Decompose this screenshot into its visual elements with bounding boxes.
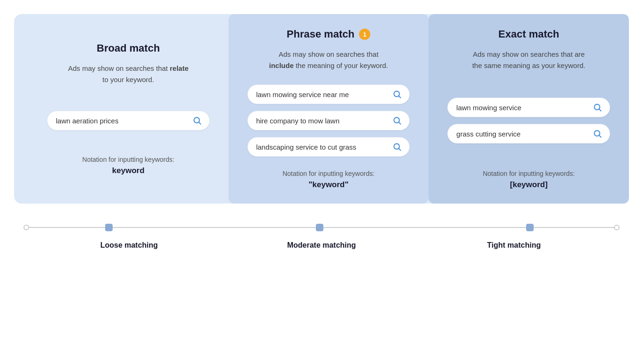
broad-notation-value: keyword [82,166,174,175]
phrase-search-boxes: lawn mowing service near me hire company… [247,84,410,157]
exact-search-box-2: grass cutting service [447,124,610,144]
phrase-search-text-1: lawn mowing service near me [256,91,349,99]
slider-track[interactable] [14,220,629,235]
slider-markers [23,224,620,231]
broad-notation-label: Notation for inputting keywords: [82,156,174,163]
phrase-badge: 1 [359,29,370,40]
slider-thumb-tight[interactable] [526,224,534,231]
phrase-match-column: Phrase match 1 Ads may show on searches … [229,14,429,204]
phrase-notation-value: "keyword" [283,180,375,190]
exact-search-boxes: lawn mowing service grass cutting servic… [447,84,610,157]
phrase-search-text-2: hire company to mow lawn [256,117,340,125]
exact-notation: Notation for inputting keywords: [keywor… [483,170,575,190]
slider-label-moderate: Moderate matching [225,241,418,250]
phrase-notation-label: Notation for inputting keywords: [283,170,375,177]
broad-match-desc: Ads may show on searches that relate to … [67,63,189,85]
slider-label-tight: Tight matching [418,241,610,250]
phrase-match-desc: Ads may show on searches that include th… [268,49,390,71]
exact-search-text-1: lawn mowing service [456,104,521,112]
exact-match-desc: Ads may show on searches that are the sa… [468,49,590,71]
svg-line-1 [199,122,201,124]
broad-match-title: Broad match [97,42,160,54]
search-icon-phrase-1 [392,90,402,99]
exact-search-box-1: lawn mowing service [447,98,610,117]
exact-search-text-2: grass cutting service [456,130,521,138]
search-icon-broad-1 [192,116,202,125]
slider-right-end [614,225,620,230]
slider-thumb-moderate[interactable] [316,224,323,231]
phrase-notation: Notation for inputting keywords: "keywor… [283,170,375,190]
slider-thumb-loose[interactable] [105,224,113,231]
phrase-search-box-1: lawn mowing service near me [247,84,410,104]
slider-left-end [23,225,29,230]
svg-line-9 [599,109,601,111]
search-icon-phrase-2 [392,116,402,125]
exact-match-title: Exact match [498,28,559,40]
broad-search-box-1: lawn aeration prices [47,111,210,130]
phrase-search-text-3: landscaping service to cut grass [256,143,356,151]
phrase-search-box-3: landscaping service to cut grass [247,137,410,157]
comparison-container: Broad match Ads may show on searches tha… [14,14,629,204]
slider-section: Loose matching Moderate matching Tight m… [14,220,629,250]
svg-line-11 [599,136,601,137]
broad-search-boxes: lawn aeration prices [47,99,210,143]
phrase-match-title: Phrase match 1 [287,28,370,40]
slider-labels: Loose matching Moderate matching Tight m… [14,235,629,250]
exact-match-column: Exact match Ads may show on searches tha… [429,14,629,204]
broad-search-text-1: lawn aeration prices [56,117,118,125]
search-icon-exact-2 [593,129,602,138]
broad-notation: Notation for inputting keywords: keyword [82,156,174,175]
svg-line-7 [399,149,401,151]
exact-notation-value: [keyword] [483,180,575,190]
search-icon-phrase-3 [392,142,402,152]
svg-line-3 [399,96,401,98]
svg-line-5 [399,122,401,124]
broad-match-column: Broad match Ads may show on searches tha… [28,28,229,190]
exact-notation-label: Notation for inputting keywords: [483,170,575,177]
search-icon-exact-1 [593,103,602,112]
phrase-search-box-2: hire company to mow lawn [247,111,410,130]
slider-label-loose: Loose matching [33,241,225,250]
